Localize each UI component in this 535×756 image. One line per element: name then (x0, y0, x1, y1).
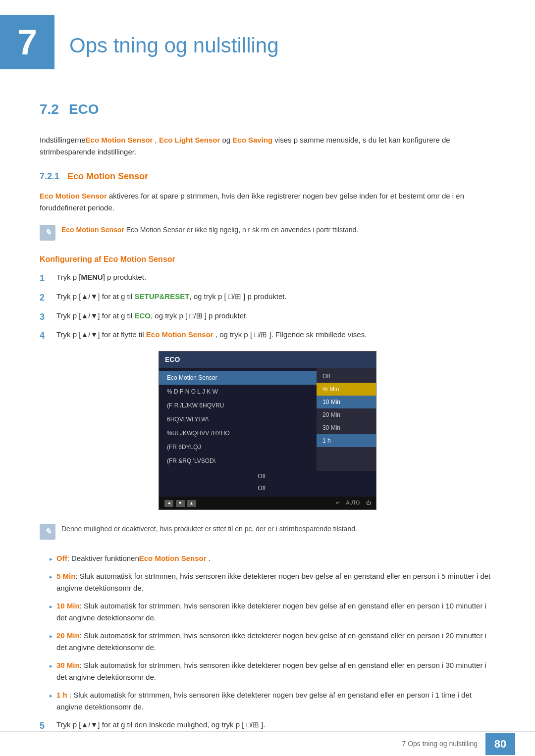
note-icon-1: ✎ (40, 225, 55, 241)
step-3-text: Tryk p [▲/▼] for at g til ECO, og tryk p… (56, 310, 495, 322)
eco-opt-off: Off (317, 370, 376, 383)
bullet-arrow-10min: ▸ (50, 602, 53, 611)
highlight-eco-motion: Eco Motion Sensor (86, 136, 153, 144)
option-10min: ▸ 10 Min: Sluk automatisk for strImmen, … (50, 600, 495, 624)
eco-nav-down: ▼ (176, 500, 185, 507)
eco-motion-sensor-ref: Eco Motion Sensor (40, 192, 107, 200)
step-3: 3 Tryk p [▲/▼] for at g til ECO, og tryk… (40, 310, 495, 324)
eco-btn-auto: AUTO (346, 500, 360, 505)
section-heading: 7.2 ECO (40, 99, 495, 124)
eco-opt-30min: 30 Min (317, 421, 376, 434)
chapter-title: Ops tning og nulstilling (69, 15, 279, 61)
step-2-text: Tryk p [▲/▼] for at g til SETUP&RESET, o… (56, 291, 495, 302)
eco-action-buttons: ↵ AUTO ⏻ (336, 499, 371, 507)
option-1h: ▸ 1 h : Sluk automatisk for strImmen, hv… (50, 689, 495, 713)
eco-item-motion-sensor: Eco Motion Sensor (159, 371, 317, 385)
eco-btn-power: ⏻ (366, 500, 371, 505)
step-4-text: Tryk p [▲/▼] for at flytte til Eco Motio… (56, 329, 495, 341)
page-footer: 7 Ops tning og nulstilling 80 (0, 731, 535, 756)
highlight-eco-light: Eco Light Sensor (159, 136, 220, 144)
subsection-body: Eco Motion Sensor aktiveres for at spare… (40, 190, 495, 214)
eco-nav-left: ◄ (164, 500, 173, 507)
chapter-number: 7 (0, 15, 54, 69)
eco-opt-1h: 1 h (317, 434, 376, 447)
eco-con-val: Off (167, 484, 368, 493)
main-content: 7.2 ECO IndstillingerneEco Motion Sensor… (0, 84, 535, 756)
footer-page-number: 80 (485, 733, 515, 755)
eco-nav-buttons: ◄ ▼ ▲ (164, 499, 197, 507)
eco-item-sensitivity: 6HQVLWLYLW\ (159, 412, 317, 426)
step-1-text: Tryk p [MENU] p produktet. (56, 271, 495, 283)
eco-item-saving: (FR 6DYLQJ (159, 440, 317, 454)
eco-menu-right: Off % Min 10 Min 20 Min 30 Min 1 h (317, 368, 376, 471)
note-box-2: ✎ Denne mulighed er deaktiveret, hvis pr… (40, 520, 495, 544)
step-2: 2 Tryk p [▲/▼] for at g til SETUP&RESET,… (40, 291, 495, 305)
subsection-heading: 7.2.1 Eco Motion Sensor (40, 170, 495, 183)
steps-list: 1 Tryk p [MENU] p produktet. 2 Tryk p [▲… (40, 271, 495, 343)
eco-menu-left: Eco Motion Sensor % D F N O L J K W (F R… (159, 368, 317, 471)
step-4: 4 Tryk p [▲/▼] for at flytte til Eco Mot… (40, 329, 495, 343)
intro-paragraph: IndstillingerneEco Motion Sensor , Eco L… (40, 134, 495, 158)
eco-menu-body: Eco Motion Sensor % D F N O L J K W (F R… (159, 368, 376, 471)
config-heading: Konfigurering af Eco Motion Sensor (40, 253, 495, 265)
bullet-arrow-off: ▸ (50, 554, 53, 564)
note-text-2: Denne mulighed er deaktiveret, hvis prod… (61, 524, 357, 534)
option-off: ▸ Off: Deaktiver funktionenEco Motion Se… (50, 553, 495, 564)
note-text-1: Eco Motion Sensor Eco Motion Sensor er i… (61, 225, 358, 235)
eco-item-display: (FR &RQ 'LVSOD\ (159, 454, 317, 468)
eco-opt-5min: % Min (317, 383, 376, 396)
eco-opt-10min: 10 Min (317, 396, 376, 408)
options-list: ▸ Off: Deaktiver funktionenEco Motion Se… (50, 553, 495, 713)
subsection-number: 7.2.1 (40, 170, 59, 183)
eco-saving-val: Off (167, 472, 368, 481)
option-5min: ▸ 5 Min: Sluk automatisk for strImmen, h… (50, 570, 495, 594)
eco-bottom-bar: ◄ ▼ ▲ ↵ AUTO ⏻ (159, 497, 376, 509)
bullet-arrow-5min: ▸ (50, 572, 53, 582)
chapter-header: 7 Ops tning og nulstilling (0, 0, 535, 79)
intro-prefix: Indstillingerne (40, 136, 86, 144)
subsection-title: Eco Motion Sensor (67, 170, 148, 183)
footer-chapter-ref: 7 Ops tning og nulstilling (402, 739, 478, 749)
bullet-arrow-1h: ▸ (50, 691, 53, 701)
bullet-arrow-20min: ▸ (50, 632, 53, 641)
option-20min: ▸ 20 Min: Sluk automatisk for strImmen, … (50, 630, 495, 654)
step-5-text: Tryk p [▲/▼] for at g til den Inskede mu… (56, 719, 495, 731)
bullet-arrow-30min: ▸ (50, 661, 53, 671)
section-number: 7.2 (40, 99, 59, 120)
section-title: ECO (69, 99, 99, 120)
highlight-eco-saving: Eco Saving (232, 136, 272, 144)
eco-screenshot: ECO Eco Motion Sensor % D F N O L J K W … (159, 351, 376, 510)
step-1: 1 Tryk p [MENU] p produktet. (40, 271, 495, 286)
eco-nav-up: ▲ (187, 500, 196, 507)
note-box-1: ✎ Eco Motion Sensor Eco Motion Sensor er… (40, 221, 495, 245)
eco-item-brightness: %ULJKWQHVV /HYHO (159, 426, 317, 440)
eco-btn-enter: ↵ (336, 500, 340, 505)
option-30min: ▸ 30 Min: Sluk automatisk for strImmen, … (50, 659, 495, 683)
eco-item-backlight: % D F N O L J K W (159, 385, 317, 399)
eco-opt-20min: 20 Min (317, 408, 376, 421)
note-icon-2: ✎ (40, 524, 55, 540)
eco-item-light-sensor: (F R /LJKW 6HQVRU (159, 399, 317, 412)
eco-menu-title: ECO (159, 352, 376, 368)
